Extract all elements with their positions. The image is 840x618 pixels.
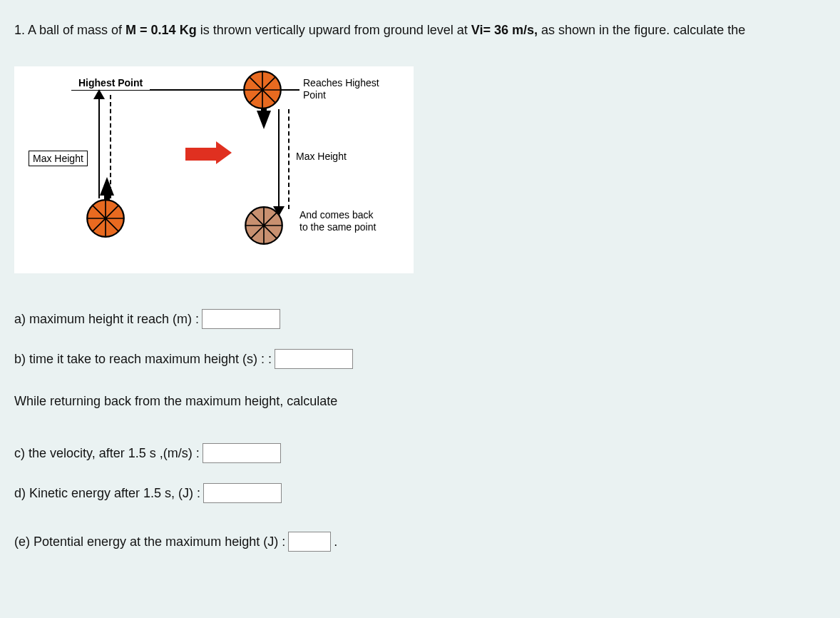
basketball-bottom-left-icon [86, 198, 126, 238]
part-e-input[interactable] [288, 532, 331, 552]
part-b-label: b) time it take to reach maximum height … [14, 352, 272, 367]
section-text: While returning back from the maximum he… [14, 394, 826, 409]
basketball-bottom-right-icon [244, 206, 284, 245]
question-intro: 1. A ball of mass of M = 0.14 Kg is thro… [14, 23, 826, 38]
part-a-input[interactable] [202, 309, 280, 329]
question-vi: Vi= 36 m/s, [471, 23, 538, 37]
label-max-height-left: Max Height [29, 151, 88, 166]
period: . [334, 535, 337, 549]
part-b: b) time it take to reach maximum height … [14, 349, 826, 369]
part-c: c) the velocity, after 1.5 s ,(m/s) : [14, 443, 826, 463]
label-max-height-right: Max Height [296, 151, 347, 162]
physics-diagram: Highest Point Max Height Reaches Highest… [14, 66, 414, 273]
part-a: a) maximum height it reach (m) : [14, 309, 826, 329]
question-prefix: 1. A ball of mass of [14, 23, 126, 37]
basketball-top-icon [242, 70, 282, 110]
part-a-label: a) maximum height it reach (m) : [14, 312, 199, 327]
dashed-line-right [288, 109, 290, 209]
part-d-label: d) Kinetic energy after 1.5 s, (J) : [14, 486, 200, 501]
part-c-label: c) the velocity, after 1.5 s ,(m/s) : [14, 446, 200, 461]
label-highest-point: Highest Point [71, 77, 150, 91]
ball-arrow-up-icon [100, 177, 114, 196]
part-d-input[interactable] [203, 483, 282, 503]
red-arrow-icon [185, 146, 232, 169]
label-comes-back: And comes back to the same point [299, 209, 376, 233]
arrow-up-icon [93, 89, 105, 99]
trajectory-line-right [278, 109, 280, 209]
ball-arrow-down-icon [257, 111, 271, 129]
part-c-input[interactable] [203, 443, 281, 463]
question-suffix: as shown in the figure. calculate the [538, 23, 745, 37]
question-mass: M = 0.14 Kg [126, 23, 197, 37]
part-b-input[interactable] [275, 349, 353, 369]
part-e: (e) Potential energy at the maximum heig… [14, 532, 826, 552]
label-reaches-highest: Reaches Highest Point [303, 77, 379, 101]
question-mid: is thrown vertically upward from ground … [197, 23, 471, 37]
part-e-label: (e) Potential energy at the maximum heig… [14, 535, 285, 549]
part-d: d) Kinetic energy after 1.5 s, (J) : [14, 483, 826, 503]
